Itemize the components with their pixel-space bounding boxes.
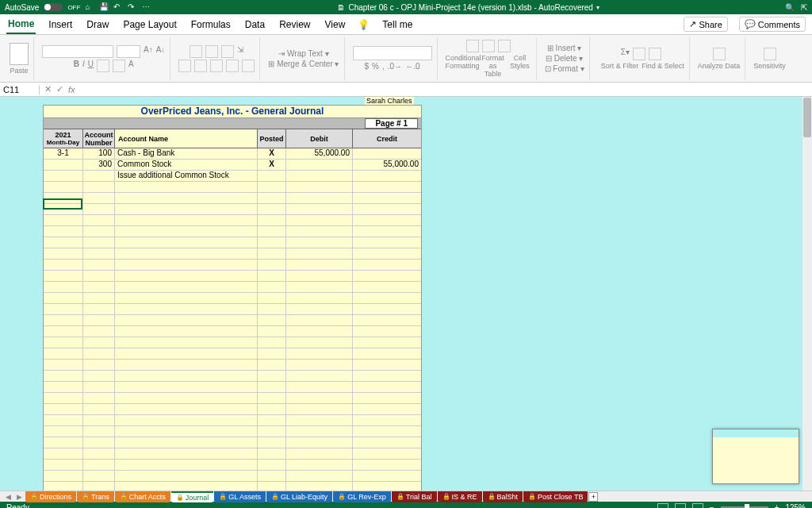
zoom-out-button[interactable]: − [710, 503, 714, 509]
tab-page-layout[interactable]: Page Layout [121, 16, 178, 33]
align-mid[interactable] [205, 45, 218, 58]
tab-insert[interactable]: Insert [47, 16, 74, 33]
empty-row[interactable] [44, 182, 421, 193]
empty-row[interactable] [44, 415, 421, 426]
font-size-combo[interactable] [117, 45, 140, 58]
empty-row[interactable] [44, 226, 421, 237]
redo-icon[interactable]: ↷ [128, 2, 137, 12]
comments-button[interactable]: 💬 Comments [739, 17, 806, 32]
zoom-in-button[interactable]: + [775, 503, 779, 509]
sheet-tab-gl-liab-equity[interactable]: 🔒GL Liab-Equity [266, 491, 332, 502]
title-chevron-icon[interactable]: ▾ [596, 4, 599, 11]
autosave-toggle[interactable] [44, 3, 63, 11]
decrease-font-icon[interactable]: A↓ [156, 45, 166, 58]
number-format-combo[interactable] [353, 46, 432, 60]
paste-icon[interactable] [10, 43, 29, 65]
ribbon-toggle-icon[interactable]: ⇱ [801, 3, 807, 12]
more-icon[interactable]: ⋯ [142, 2, 151, 12]
empty-row[interactable] [44, 471, 421, 482]
empty-row[interactable] [44, 360, 421, 371]
analyze-icon[interactable] [713, 48, 726, 60]
italic-button[interactable]: I [82, 60, 85, 72]
sheet-tab-is-&-re[interactable]: 🔒IS & RE [438, 491, 482, 502]
tab-tellme[interactable]: Tell me [381, 16, 414, 33]
tab-data[interactable]: Data [243, 16, 266, 33]
font-name-combo[interactable] [42, 45, 113, 58]
sensitivity-icon[interactable] [764, 48, 776, 60]
empty-row[interactable] [44, 404, 421, 415]
decimal-dec-icon[interactable]: ←.0 [405, 62, 419, 71]
empty-row[interactable] [44, 337, 421, 348]
percent-icon[interactable]: % [372, 62, 379, 71]
empty-row[interactable] [44, 426, 421, 437]
fx-icon[interactable]: fx [68, 85, 75, 94]
empty-row[interactable] [44, 348, 421, 360]
empty-row[interactable] [44, 271, 421, 282]
sort-icon[interactable] [633, 48, 645, 60]
indent-inc[interactable] [242, 60, 255, 72]
tab-view[interactable]: View [324, 16, 347, 33]
cell-styles-icon[interactable] [498, 40, 511, 52]
empty-row[interactable] [44, 304, 421, 315]
empty-row[interactable] [44, 437, 421, 448]
sheet-tab-trial-bal[interactable]: 🔒Trial Bal [392, 491, 437, 502]
cancel-icon[interactable]: ✕ [44, 84, 52, 94]
empty-row[interactable] [44, 393, 421, 404]
align-top[interactable] [190, 45, 202, 58]
sheet-tab-journal[interactable]: 🔒Journal [171, 491, 214, 502]
zoom-level[interactable]: 125% [785, 503, 806, 509]
empty-row[interactable] [44, 193, 421, 204]
view-break-icon[interactable] [692, 503, 703, 508]
sheet-tab-gl-assets[interactable]: 🔒GL Assets [214, 491, 266, 502]
save-icon[interactable]: 💾 [99, 2, 109, 12]
empty-row[interactable] [44, 215, 421, 226]
align-left[interactable] [178, 60, 191, 72]
sheet-thumbnail-preview[interactable] [712, 429, 799, 484]
empty-row[interactable] [44, 371, 421, 382]
empty-row[interactable] [44, 448, 421, 460]
indent-dec[interactable] [226, 60, 239, 72]
find-icon[interactable] [649, 48, 661, 60]
new-sheet-button[interactable]: + [588, 492, 598, 502]
tab-home[interactable]: Home [6, 15, 36, 34]
journal-row[interactable]: 300 Common StockX55,000.00 [44, 160, 421, 171]
home-icon[interactable]: ⌂ [85, 2, 94, 12]
journal-row[interactable]: 3-1100Cash - Big BankX55,000.00 [44, 148, 421, 160]
empty-row[interactable] [44, 282, 421, 293]
orientation-icon[interactable]: ⇲ [237, 45, 243, 58]
sheet-tab-trans[interactable]: 🔒Trans [77, 491, 114, 502]
empty-row[interactable] [44, 204, 421, 215]
tab-nav-next[interactable]: ▶ [14, 493, 25, 501]
font-color-button[interactable]: A [128, 60, 134, 72]
fill-button[interactable] [113, 60, 125, 72]
increase-font-icon[interactable]: A↑ [144, 45, 153, 58]
empty-row[interactable] [44, 326, 421, 337]
name-box[interactable]: C11 [0, 85, 40, 94]
enter-icon[interactable]: ✓ [56, 84, 63, 94]
align-right[interactable] [210, 60, 223, 72]
worksheet-area[interactable]: Sarah Charles OverPriced Jeans, Inc. - G… [0, 97, 812, 491]
empty-row[interactable] [44, 315, 421, 326]
sheet-tab-post-close-tb[interactable]: 🔒Post Close TB [523, 491, 588, 502]
cond-format-icon[interactable] [466, 40, 479, 52]
autosum-icon[interactable]: Σ▾ [621, 48, 630, 60]
align-bot[interactable] [221, 45, 234, 58]
merge-center-button[interactable]: ⊞ Merge & Center ▾ [268, 60, 339, 68]
undo-icon[interactable]: ↶ [113, 2, 123, 12]
sheet-tab-directions[interactable]: 🔒Directions [25, 491, 76, 502]
currency-icon[interactable]: $ [365, 62, 370, 71]
empty-row[interactable] [44, 237, 421, 248]
share-button[interactable]: ↗ Share [684, 17, 727, 32]
comma-icon[interactable]: , [382, 62, 385, 71]
view-normal-icon[interactable] [657, 503, 668, 508]
insert-cells-button[interactable]: ⊞ Insert ▾ [547, 44, 582, 52]
decimal-inc-icon[interactable]: .0→ [388, 62, 402, 71]
empty-row[interactable] [44, 260, 421, 271]
wrap-text-button[interactable]: ⇥ Wrap Text ▾ [278, 49, 328, 58]
tab-review[interactable]: Review [278, 16, 312, 33]
vertical-scrollbar[interactable] [802, 97, 812, 491]
journal-row[interactable]: Issue additional Common Stock [44, 171, 421, 182]
tab-nav-prev[interactable]: ◀ [3, 493, 13, 501]
empty-row[interactable] [44, 248, 421, 260]
format-table-icon[interactable] [482, 40, 495, 52]
